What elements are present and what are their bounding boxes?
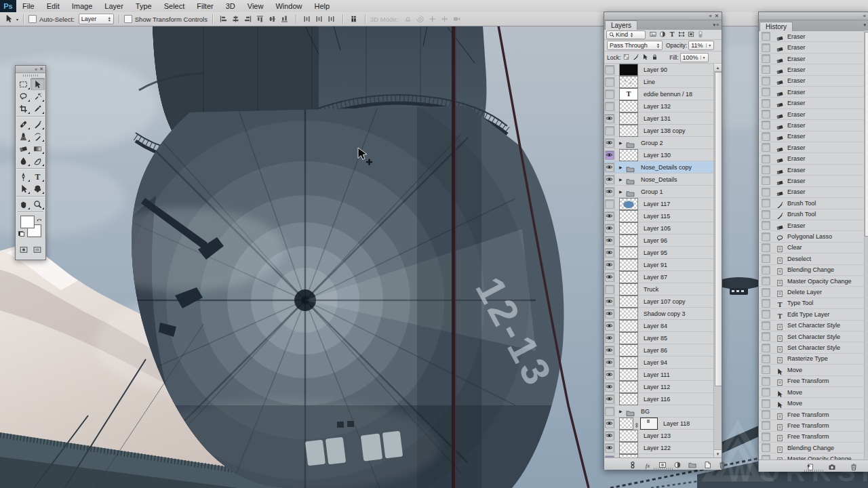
menu-filter[interactable]: Filter [191, 0, 219, 12]
layer-row[interactable]: Layer 117 [604, 198, 722, 210]
blend-mode-dropdown[interactable]: Pass Through▲▼ [607, 41, 663, 50]
align-4-a-cv-icon[interactable] [268, 15, 277, 24]
menu-view[interactable]: View [241, 0, 270, 12]
lock-transparency-icon[interactable] [623, 54, 631, 61]
history-source-toggle[interactable] [762, 243, 770, 252]
close-panel-icon[interactable]: ✕ [39, 66, 43, 72]
layer-row[interactable]: Layer 95 [604, 247, 722, 259]
history-source-toggle[interactable] [762, 65, 770, 74]
tool-path-selection[interactable] [16, 182, 31, 195]
layer-thumbnail[interactable] [619, 442, 638, 454]
history-source-toggle[interactable] [762, 132, 770, 141]
history-step[interactable]: Set Character Style [759, 342, 868, 353]
history-source-toggle[interactable] [762, 254, 770, 263]
layer-row[interactable]: ▶Group 1 [604, 186, 722, 198]
new-layer-icon[interactable] [703, 460, 713, 468]
quick-mask-button[interactable] [19, 245, 28, 257]
menu-edit[interactable]: Edit [41, 0, 66, 12]
history-step[interactable]: Move [759, 365, 868, 375]
visibility-toggle[interactable] [604, 235, 615, 246]
layer-thumbnail[interactable] [619, 418, 633, 430]
history-source-toggle[interactable] [762, 399, 770, 408]
scrollbar-thumb[interactable] [715, 72, 722, 386]
layer-row[interactable]: Layer 132 [604, 100, 722, 113]
layer-thumbnail[interactable] [619, 259, 638, 271]
layer-row[interactable]: Line [604, 76, 722, 88]
menu-layer[interactable]: Layer [98, 0, 130, 12]
close-icon[interactable]: ✕ [715, 13, 719, 19]
layer-thumbnail[interactable] [619, 283, 638, 296]
layer-row[interactable]: Layer 131 [604, 113, 722, 125]
visibility-toggle[interactable] [604, 259, 615, 270]
visibility-toggle[interactable] [604, 393, 615, 405]
filter-adjustment-layers-icon[interactable] [658, 30, 667, 39]
layer-row[interactable]: Layer 111 [604, 369, 722, 381]
history-source-toggle[interactable] [762, 221, 770, 230]
layer-thumbnail[interactable]: T [619, 88, 638, 100]
visibility-toggle[interactable] [604, 88, 615, 100]
visibility-toggle[interactable] [604, 149, 615, 161]
layer-row[interactable]: Layer 116 [604, 393, 722, 405]
tool-type[interactable] [31, 170, 45, 182]
tool-lasso[interactable] [16, 90, 31, 102]
history-step[interactable]: Brush Tool [759, 198, 868, 209]
history-step[interactable]: Eraser [759, 42, 868, 53]
visibility-toggle[interactable] [604, 247, 615, 258]
history-source-toggle[interactable] [762, 210, 770, 219]
history-step[interactable]: Eraser [759, 176, 868, 186]
history-source-toggle[interactable] [762, 266, 770, 274]
layer-row[interactable]: Layer 130 [604, 149, 722, 161]
history-source-toggle[interactable] [762, 443, 770, 452]
layer-row[interactable]: Layer 90 [604, 64, 722, 76]
fill-value[interactable]: 100%▼ [680, 53, 709, 62]
history-source-toggle[interactable] [762, 155, 770, 163]
history-step[interactable]: Eraser [759, 98, 868, 108]
align-2-a-right-icon[interactable] [243, 15, 253, 24]
layer-row[interactable]: ▶BG [604, 405, 722, 418]
history-step[interactable]: Eraser [759, 153, 868, 164]
history-source-toggle[interactable] [762, 110, 770, 119]
menu-select[interactable]: Select [158, 0, 191, 12]
history-source-toggle[interactable] [762, 199, 770, 207]
history-step[interactable]: Polygonal Lasso [759, 231, 868, 242]
panel-menu-icon[interactable]: ▾≡ [713, 22, 719, 28]
layer-mask-thumbnail[interactable] [640, 418, 658, 430]
layer-row[interactable]: ▶Nose_Details [604, 174, 722, 186]
filter-smart-objects-icon[interactable] [687, 30, 696, 39]
opacity-value[interactable]: 11%▼ [688, 41, 714, 50]
visibility-toggle[interactable] [604, 198, 615, 209]
layer-row[interactable]: Layer 86 [604, 344, 722, 357]
layer-thumbnail[interactable] [619, 198, 638, 210]
history-step[interactable]: Rasterize Type [759, 354, 868, 365]
link-layers-icon[interactable] [628, 460, 639, 468]
canvas[interactable]: 12-13 WORKSHOP [0, 26, 868, 488]
layer-row[interactable]: ▶Group 2 [604, 137, 722, 149]
tool-crop[interactable] [16, 102, 31, 115]
history-step[interactable]: Master Opacity Change [759, 453, 868, 460]
layer-row[interactable]: Layer 84 [604, 320, 722, 332]
visibility-toggle[interactable] [604, 344, 615, 356]
visibility-toggle[interactable] [604, 137, 615, 148]
auto-select-target-dropdown[interactable]: Layer▲▼ [79, 14, 114, 24]
history-step[interactable]: Eraser [759, 165, 868, 176]
layer-thumbnail[interactable] [619, 210, 638, 222]
auto-align-icon[interactable] [349, 15, 359, 24]
expand-arrow-icon[interactable]: ▶ [619, 140, 625, 145]
menu-image[interactable]: Image [66, 0, 99, 12]
history-step[interactable]: Edit Type Layer [759, 309, 868, 320]
history-step[interactable]: Brush Tool [759, 209, 868, 220]
tool-history-brush[interactable] [31, 130, 45, 142]
visibility-toggle[interactable] [604, 125, 615, 136]
default-colors-icon[interactable] [18, 231, 24, 237]
layer-row[interactable]: ▶Nose_Details copy [604, 161, 722, 174]
tool-magic-wand[interactable] [31, 90, 45, 102]
tab-layers[interactable]: Layers [605, 20, 637, 30]
tool-eyedropper[interactable] [31, 102, 45, 115]
expand-arrow-icon[interactable]: ▶ [619, 189, 625, 194]
lock-position-icon[interactable] [642, 54, 650, 61]
layer-thumbnail[interactable] [619, 393, 638, 405]
history-source-toggle[interactable] [762, 310, 770, 319]
visibility-toggle[interactable] [604, 296, 615, 307]
history-source-toggle[interactable] [762, 277, 770, 285]
layer-thumbnail[interactable] [619, 430, 638, 442]
